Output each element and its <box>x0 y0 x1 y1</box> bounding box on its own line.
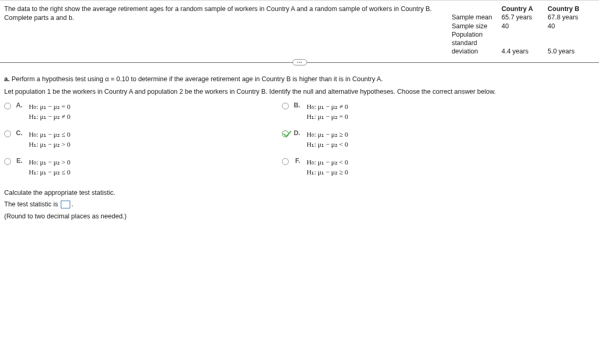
h1-line: H₁: μ₁ − μ₂ ≤ 0 <box>29 167 70 178</box>
hypotheses: H₀: μ₁ − μ₂ ≥ 0H₁: μ₁ − μ₂ < 0 <box>307 129 348 150</box>
test-statistic-input[interactable] <box>61 201 70 208</box>
col-b-psd: 5.0 years <box>548 47 584 56</box>
col-b-header: Country B <box>548 5 584 13</box>
problem-statement: The data to the right show the average r… <box>4 5 441 56</box>
part-a-prompt-1: a. Perform a hypothesis test using α = 0… <box>4 75 595 83</box>
option-letter: B. <box>292 102 300 109</box>
option-f[interactable]: F.H₀: μ₁ − μ₂ < 0H₁: μ₁ − μ₂ ≥ 0 <box>282 157 539 178</box>
radio-option-c[interactable] <box>4 130 11 137</box>
radio-option-d[interactable] <box>282 130 289 137</box>
data-table: Sample mean Sample size Population stand… <box>452 5 593 56</box>
content-area: a. Perform a hypothesis test using α = 0… <box>0 75 599 220</box>
row-label-psd-2: standard <box>452 39 492 47</box>
option-letter: F. <box>292 157 300 164</box>
data-col-country-b: Country B 67.8 years 40 5.0 years <box>548 5 584 56</box>
data-row-labels: Sample mean Sample size Population stand… <box>452 5 492 56</box>
hypotheses: H₀: μ₁ − μ₂ ≠ 0H₁: μ₁ − μ₂ = 0 <box>307 102 348 122</box>
calc-section: Calculate the appropriate test statistic… <box>4 189 595 220</box>
radio-option-a[interactable] <box>4 103 11 109</box>
col-a-size: 40 <box>502 22 538 30</box>
row-label-psd-3: deviation <box>452 47 492 56</box>
section-divider <box>0 62 599 63</box>
options-grid: A.H₀: μ₁ − μ₂ = 0H₁: μ₁ − μ₂ ≠ 0B.H₀: μ₁… <box>4 102 539 178</box>
col-a-mean: 65.7 years <box>502 13 538 21</box>
col-a-header: Country A <box>502 5 538 13</box>
h1-line: H₁: μ₁ − μ₂ = 0 <box>307 112 348 122</box>
calc-prompt: Calculate the appropriate test statistic… <box>4 189 595 196</box>
hypotheses: H₀: μ₁ − μ₂ ≤ 0H₁: μ₁ − μ₂ > 0 <box>29 129 70 150</box>
round-note: (Round to two decimal places as needed.) <box>4 213 595 220</box>
part-a-prompt-2: Let population 1 be the workers in Count… <box>4 88 595 95</box>
h1-line: H₁: μ₁ − μ₂ ≠ 0 <box>29 112 70 122</box>
h0-line: H₀: μ₁ − μ₂ > 0 <box>29 157 70 168</box>
hypotheses: H₀: μ₁ − μ₂ = 0H₁: μ₁ − μ₂ ≠ 0 <box>29 102 70 122</box>
option-d[interactable]: D.H₀: μ₁ − μ₂ ≥ 0H₁: μ₁ − μ₂ < 0 <box>282 129 539 150</box>
radio-option-e[interactable] <box>4 158 11 165</box>
h1-line: H₁: μ₁ − μ₂ ≥ 0 <box>307 167 348 178</box>
h0-line: H₀: μ₁ − μ₂ < 0 <box>307 157 348 168</box>
part-a-label: a. <box>4 75 9 83</box>
col-b-mean: 67.8 years <box>548 13 584 21</box>
row-label-mean: Sample mean <box>452 13 492 21</box>
option-b[interactable]: B.H₀: μ₁ − μ₂ ≠ 0H₁: μ₁ − μ₂ = 0 <box>282 102 539 122</box>
col-a-psd: 4.4 years <box>502 47 538 56</box>
h0-line: H₀: μ₁ − μ₂ ≤ 0 <box>29 129 70 140</box>
option-e[interactable]: E.H₀: μ₁ − μ₂ > 0H₁: μ₁ − μ₂ ≤ 0 <box>4 157 261 178</box>
hypotheses: H₀: μ₁ − μ₂ < 0H₁: μ₁ − μ₂ ≥ 0 <box>307 157 348 178</box>
row-label-size: Sample size <box>452 22 492 30</box>
row-label-psd-1: Population <box>452 30 492 39</box>
h0-line: H₀: μ₁ − μ₂ ≥ 0 <box>307 129 348 140</box>
problem-header: The data to the right show the average r… <box>0 0 599 60</box>
option-letter: D. <box>292 129 300 137</box>
h1-line: H₁: μ₁ − μ₂ < 0 <box>307 139 348 150</box>
option-a[interactable]: A.H₀: μ₁ − μ₂ = 0H₁: μ₁ − μ₂ ≠ 0 <box>4 102 261 122</box>
hypotheses: H₀: μ₁ − μ₂ > 0H₁: μ₁ − μ₂ ≤ 0 <box>29 157 70 178</box>
option-c[interactable]: C.H₀: μ₁ − μ₂ ≤ 0H₁: μ₁ − μ₂ > 0 <box>4 129 261 150</box>
radio-option-f[interactable] <box>282 158 289 165</box>
radio-option-b[interactable] <box>282 103 289 109</box>
col-b-size: 40 <box>548 22 584 30</box>
option-letter: E. <box>14 157 23 164</box>
data-col-country-a: Country A 65.7 years 40 4.4 years <box>502 5 538 56</box>
h0-line: H₀: μ₁ − μ₂ ≠ 0 <box>307 102 348 112</box>
h0-line: H₀: μ₁ − μ₂ = 0 <box>29 102 70 112</box>
test-statistic-line: The test statistic is . <box>4 201 595 208</box>
h1-line: H₁: μ₁ − μ₂ > 0 <box>29 139 70 150</box>
option-letter: C. <box>14 129 23 137</box>
expand-icon[interactable] <box>292 59 307 65</box>
option-letter: A. <box>14 102 23 109</box>
